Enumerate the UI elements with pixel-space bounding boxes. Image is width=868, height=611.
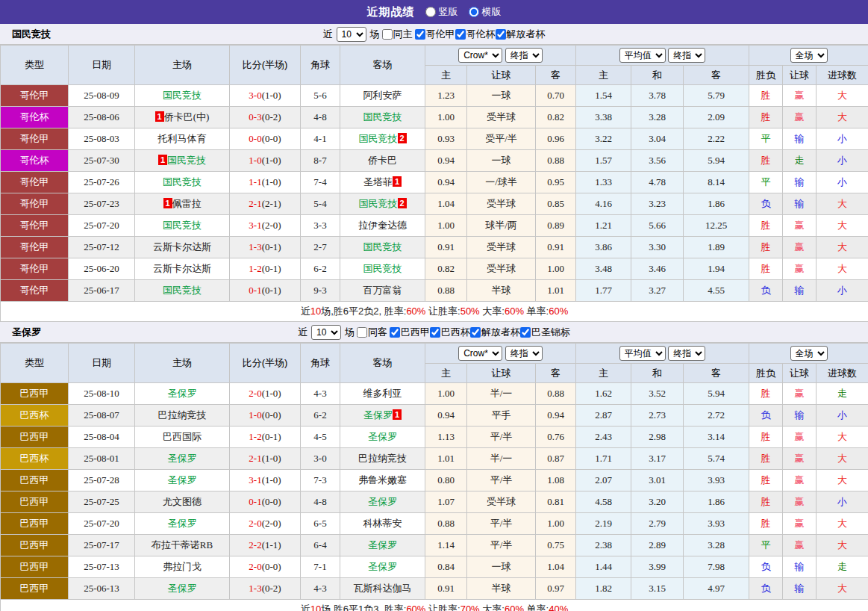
summary-segment: 60%: [406, 604, 425, 611]
away-team[interactable]: 国民竞技: [340, 237, 425, 258]
team-label: 圣保罗: [368, 539, 397, 550]
away-team[interactable]: 阿利安萨: [340, 85, 425, 107]
away-team[interactable]: 科林蒂安: [340, 513, 425, 535]
corner-score: 3-3: [301, 215, 340, 237]
result-handicap: 输: [783, 556, 817, 578]
away-team[interactable]: 国民竞技: [340, 258, 425, 280]
home-team[interactable]: 国民竞技: [135, 215, 230, 237]
final-odds-select-2b[interactable]: 终指: [668, 346, 705, 361]
league-filter-option[interactable]: 解放者杯: [496, 28, 546, 41]
match-score: 0-0(0-0): [230, 128, 301, 150]
match-score: 3-1(1-0): [230, 470, 301, 491]
bookmaker-select-2[interactable]: Crow*: [458, 346, 502, 361]
away-team[interactable]: 拉伊奎达德: [340, 215, 425, 237]
average-select-2[interactable]: 平均值: [619, 346, 666, 361]
bookmaker-select-1[interactable]: Crow*: [458, 48, 502, 63]
odds-home: 0.94: [425, 172, 467, 193]
scope-select-2[interactable]: 全场: [790, 346, 828, 361]
layout-horizontal-option[interactable]: 横版: [469, 5, 502, 19]
result-goals: 大: [817, 237, 868, 258]
away-team[interactable]: 侨卡巴: [340, 150, 425, 172]
home-team[interactable]: 弗拉门戈: [135, 556, 230, 578]
home-team[interactable]: 圣保罗: [135, 448, 230, 470]
away-team[interactable]: 国民竞技: [340, 107, 425, 128]
layout-vertical-option[interactable]: 竖版: [425, 5, 458, 19]
league-filter-option[interactable]: 巴西甲: [390, 326, 430, 339]
home-team[interactable]: 国民竞技: [135, 85, 230, 107]
team-label: 尤文图德: [163, 496, 202, 507]
horizontal-radio[interactable]: [469, 7, 479, 17]
vertical-radio[interactable]: [425, 7, 436, 17]
home-team[interactable]: 巴拉纳竞技: [135, 405, 230, 427]
home-team[interactable]: 圣保罗: [135, 578, 230, 600]
league-filter-option[interactable]: 巴西杯: [430, 326, 470, 339]
home-team[interactable]: 尤文图德: [135, 491, 230, 513]
away-team[interactable]: 圣保罗: [340, 491, 425, 513]
home-team[interactable]: 1佩雷拉: [135, 193, 230, 215]
final-odds-select-1b[interactable]: 终指: [668, 48, 705, 63]
average-select-1[interactable]: 平均值: [619, 48, 666, 63]
games-label: 场: [345, 326, 355, 339]
match-date: 25-07-28: [69, 470, 135, 491]
away-team[interactable]: 圣保罗: [340, 427, 425, 448]
league-filter-option[interactable]: 哥伦甲: [415, 28, 455, 41]
home-team[interactable]: 布拉干蒂诺RB: [135, 535, 230, 556]
col-type: 类型: [1, 46, 69, 85]
league-checkbox[interactable]: [430, 327, 440, 338]
home-team[interactable]: 1国民竞技: [135, 150, 230, 172]
away-team[interactable]: 国民竞技2: [340, 128, 425, 150]
league-filter-option[interactable]: 巴圣锦标: [520, 326, 570, 339]
league-checkbox[interactable]: [415, 29, 425, 40]
away-team[interactable]: 国民竞技2: [340, 193, 425, 215]
home-team[interactable]: 国民竞技: [135, 280, 230, 302]
away-team[interactable]: 圣保罗: [340, 556, 425, 578]
away-team[interactable]: 巴拉纳竞技: [340, 448, 425, 470]
result-winloss: 负: [749, 405, 783, 427]
league-type-cell: 哥伦甲: [1, 280, 69, 302]
col-odds-home: 主: [425, 364, 467, 383]
corner-score: 7-4: [301, 172, 340, 193]
away-team[interactable]: 百万富翁: [340, 280, 425, 302]
match-row: 巴西甲25-08-04巴西国际1-2(0-1)4-5圣保罗1.13平/半0.76…: [1, 427, 868, 448]
final-odds-select-1a[interactable]: 终指: [505, 48, 543, 63]
league-filter-option[interactable]: 解放者杯: [470, 326, 520, 339]
home-team[interactable]: 圣保罗: [135, 470, 230, 491]
final-odds-select-2a[interactable]: 终指: [505, 346, 543, 361]
league-checkbox[interactable]: [455, 29, 466, 40]
recent-count-select-1[interactable]: 10: [337, 27, 366, 42]
league-checkbox[interactable]: [520, 327, 531, 338]
home-team[interactable]: 托利马体育: [135, 128, 230, 150]
same-venue-option-2[interactable]: 同客: [357, 326, 387, 339]
league-filter-option[interactable]: 哥伦杯: [455, 28, 496, 41]
same-venue-option-1[interactable]: 同主: [382, 28, 413, 41]
same-venue-checkbox-1[interactable]: [382, 29, 393, 40]
away-team[interactable]: 圣保罗: [340, 535, 425, 556]
avg-home: 1.57: [576, 150, 631, 172]
home-team[interactable]: 圣保罗: [135, 513, 230, 535]
league-checkbox[interactable]: [390, 327, 400, 338]
away-team[interactable]: 圣保罗1: [340, 405, 425, 427]
team-label: 瓦斯科达伽马: [354, 583, 412, 594]
match-row: 哥伦甲25-06-20云斯卡尔达斯1-2(0-1)6-2国民竞技0.82受半球1…: [1, 258, 868, 280]
odds-away: 0.85: [536, 193, 576, 215]
away-team[interactable]: 弗鲁米嫩塞: [340, 470, 425, 491]
home-team[interactable]: 云斯卡尔达斯: [135, 237, 230, 258]
league-checkbox[interactable]: [470, 327, 481, 338]
league-checkbox[interactable]: [496, 29, 506, 40]
scope-select-1[interactable]: 全场: [790, 48, 828, 63]
result-winloss: 胜: [749, 215, 783, 237]
home-team[interactable]: 国民竞技: [135, 172, 230, 193]
away-team[interactable]: 维多利亚: [340, 383, 425, 405]
home-team[interactable]: 圣保罗: [135, 383, 230, 405]
recent-count-select-2[interactable]: 10: [311, 325, 341, 340]
red-card-badge: 2: [398, 133, 407, 143]
avg-draw: 3.78: [631, 85, 684, 107]
home-team[interactable]: 云斯卡尔达斯: [135, 258, 230, 280]
away-team[interactable]: 圣塔菲1: [340, 172, 425, 193]
avg-draw: 3.30: [631, 237, 684, 258]
team-label: 圣塔菲: [363, 176, 393, 187]
home-team[interactable]: 1侨卡巴(中): [135, 107, 230, 128]
away-team[interactable]: 瓦斯科达伽马: [340, 578, 425, 600]
home-team[interactable]: 巴西国际: [135, 427, 230, 448]
same-venue-checkbox-2[interactable]: [357, 327, 367, 338]
